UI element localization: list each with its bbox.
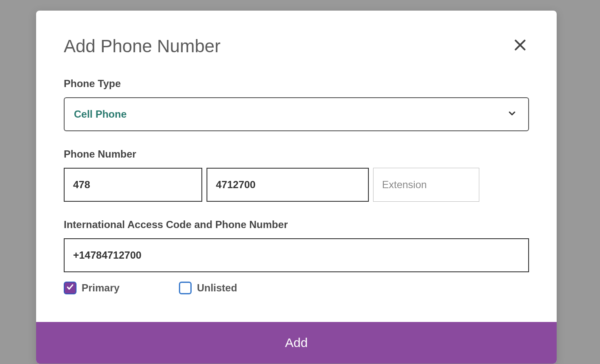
phone-type-label: Phone Type [64, 78, 529, 90]
extension-input[interactable] [373, 168, 479, 202]
primary-checkbox[interactable] [64, 282, 76, 294]
checkmark-icon [66, 283, 74, 293]
unlisted-checkbox-group: Unlisted [179, 282, 237, 294]
international-label: International Access Code and Phone Numb… [64, 219, 529, 231]
area-code-input[interactable] [64, 168, 202, 202]
close-icon [513, 47, 527, 53]
primary-checkbox-label: Primary [82, 282, 119, 294]
phone-main-input[interactable] [207, 168, 369, 202]
phone-number-label: Phone Number [64, 148, 529, 160]
checkbox-row: Primary Unlisted [64, 282, 529, 294]
phone-type-select[interactable]: Cell Phone [64, 97, 529, 131]
modal-body: Add Phone Number Phone Type Cell Phone [36, 11, 557, 322]
phone-number-row [64, 168, 529, 202]
modal-header: Add Phone Number [64, 36, 529, 56]
unlisted-checkbox[interactable] [179, 282, 192, 294]
add-phone-modal: Add Phone Number Phone Type Cell Phone [36, 11, 557, 364]
close-button[interactable] [511, 36, 529, 55]
international-input[interactable] [64, 238, 529, 272]
modal-title: Add Phone Number [64, 36, 221, 56]
unlisted-checkbox-label: Unlisted [197, 282, 237, 294]
primary-checkbox-group: Primary [64, 282, 119, 294]
add-button[interactable]: Add [36, 322, 557, 364]
phone-type-select-wrapper: Cell Phone [64, 97, 529, 131]
